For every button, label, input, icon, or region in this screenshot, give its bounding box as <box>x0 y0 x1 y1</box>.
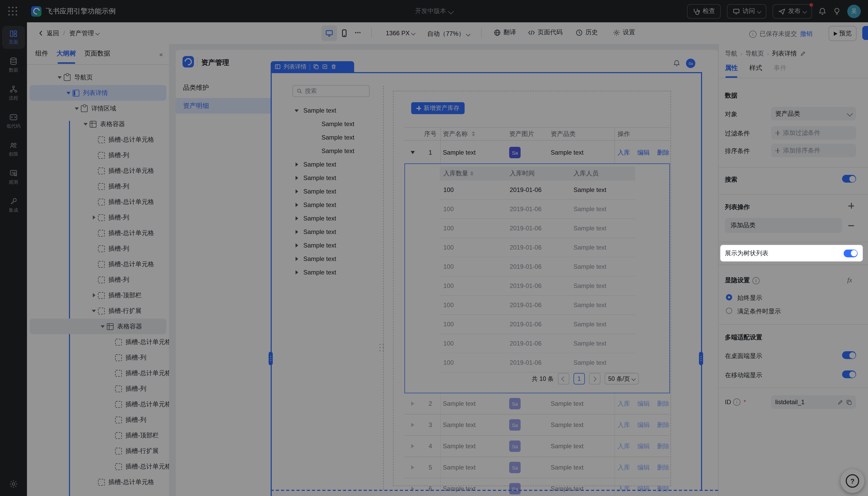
undo-link[interactable]: 撤销 <box>800 30 813 38</box>
tree-node-expanded[interactable]: Sample text <box>176 104 383 117</box>
expand-toggle-icon[interactable] <box>100 325 105 328</box>
add-filter-button[interactable]: 添加过滤条件 <box>771 126 856 140</box>
action-edit[interactable]: 编辑 <box>637 484 650 493</box>
tree-node-collapsed[interactable]: Sample text <box>176 171 383 185</box>
copy-icon[interactable] <box>313 64 319 69</box>
tree-node-collapsed[interactable]: Sample text <box>176 225 383 239</box>
outline-node[interactable]: 表格容器 <box>27 116 169 132</box>
expand-icon[interactable] <box>294 176 299 180</box>
tree-node-collapsed[interactable]: Sample text <box>176 239 383 252</box>
rail-item-lowcode[interactable]: 低代码 <box>2 110 25 133</box>
tree-list-toggle-row[interactable]: 展示为树状列表 <box>721 245 862 261</box>
device-mobile-button[interactable] <box>340 29 349 37</box>
outline-node[interactable]: 插槽-总计单元格 <box>27 365 169 381</box>
rail-item-pages[interactable]: 页面 <box>2 26 25 49</box>
asset-row[interactable]: 6 Sample text Sa Sample text 入库 编辑 删除 <box>404 478 670 496</box>
row-expand-icon[interactable] <box>411 444 414 448</box>
fx-button[interactable]: fx <box>847 276 852 284</box>
pencil-icon[interactable] <box>837 399 843 405</box>
add-asset-stock-button[interactable]: 新增资产库存 <box>411 102 465 114</box>
outline-node[interactable]: 插槽-列 <box>27 272 169 288</box>
tab-properties[interactable]: 属性 <box>725 64 738 76</box>
pencil-icon[interactable] <box>800 51 805 57</box>
tree-node-child[interactable]: Sample text <box>176 144 383 158</box>
slot-drag-handle[interactable] <box>379 343 384 352</box>
asset-row[interactable]: 5 Sample text Sa Sample text 入库 编辑 删除 <box>404 457 670 478</box>
action-delete[interactable]: 删除 <box>657 148 670 157</box>
asset-row[interactable]: 2 Sample text Sa Sample text 入库 编辑 删除 <box>404 393 670 415</box>
bell-icon[interactable] <box>818 7 826 15</box>
expand-icon[interactable] <box>294 216 299 220</box>
current-page[interactable]: 1 <box>574 373 585 385</box>
asset-row[interactable]: 4 Sample text Sa Sample text 入库 编辑 删除 <box>404 436 670 457</box>
canvas-search-input[interactable]: 搜索 <box>292 85 370 97</box>
col-inbound-qty[interactable]: 入库数量 <box>440 169 506 178</box>
tree-node-collapsed[interactable]: Sample text <box>176 266 383 279</box>
subtable-row[interactable]: 100 2019-01-06 Sample text <box>440 334 635 353</box>
action-delete[interactable]: 删除 <box>657 463 670 472</box>
collapse-icon[interactable] <box>294 109 299 112</box>
action-inbound[interactable]: 入库 <box>617 420 630 429</box>
submit-button[interactable]: 提交 <box>862 26 868 40</box>
next-page-button[interactable] <box>589 373 600 385</box>
remove-list-op-button[interactable] <box>848 225 854 226</box>
outline-node[interactable]: 插槽-总计单元格 <box>27 132 169 148</box>
list-op-item[interactable]: 添加品类 <box>725 218 842 233</box>
subtable-row[interactable]: 100 2019-01-06 Sample text <box>440 315 635 334</box>
id-input[interactable]: listdetail_1 <box>771 396 856 409</box>
sort-icon[interactable] <box>470 171 473 176</box>
expand-toggle-icon[interactable] <box>66 92 71 94</box>
expand-icon[interactable] <box>294 162 299 167</box>
chevron-left-icon[interactable] <box>37 30 45 37</box>
selection-border-right[interactable] <box>701 72 702 490</box>
subtable-row[interactable]: 100 2019-01-06 Sample text <box>440 219 635 238</box>
row-expand-icon[interactable] <box>411 465 414 469</box>
tree-node-collapsed[interactable]: Sample text <box>176 198 383 212</box>
tab-page-data[interactable]: 页面数据 <box>84 49 110 59</box>
translate-button[interactable]: 翻译 <box>494 28 516 37</box>
search-toggle[interactable] <box>842 175 856 183</box>
more-devices-button[interactable]: ⋯ <box>355 29 361 36</box>
outline-node[interactable]: 插槽-顶部栏 <box>27 428 169 443</box>
sort-icon[interactable] <box>472 131 475 137</box>
subtable-row[interactable]: 100 2019-01-06 Sample text <box>440 296 635 315</box>
add-list-op-button[interactable] <box>848 203 854 208</box>
expand-icon[interactable] <box>294 270 299 275</box>
app-grid-icon[interactable] <box>8 6 18 16</box>
rail-item-permission[interactable]: 权限 <box>2 138 25 161</box>
outline-node[interactable]: 插槽-列 <box>27 241 169 256</box>
trash-icon[interactable] <box>331 64 337 69</box>
row-collapse-icon[interactable] <box>411 151 415 154</box>
action-edit[interactable]: 编辑 <box>637 420 650 429</box>
outline-node[interactable]: 插槽-总计单元格 <box>27 256 169 272</box>
help-button[interactable]: ? <box>840 469 864 493</box>
row-expand-icon[interactable] <box>411 402 414 406</box>
tree-list-toggle[interactable] <box>843 249 858 257</box>
outline-node[interactable]: 插槽-总计单元格 <box>27 334 169 350</box>
object-select[interactable]: 资产品类 <box>771 107 856 120</box>
radio-conditional-show[interactable] <box>726 308 732 314</box>
expand-icon[interactable] <box>294 189 299 193</box>
action-inbound[interactable]: 入库 <box>617 442 630 451</box>
page-code-button[interactable]: 页面代码 <box>528 28 563 37</box>
expand-toggle-icon[interactable] <box>91 215 96 219</box>
outline-node[interactable]: 插槽-顶部栏 <box>27 288 169 303</box>
zoom-select[interactable]: 自动（77%） <box>427 30 470 38</box>
crumb-nav[interactable]: 导航 <box>725 49 737 58</box>
subtable-row[interactable]: 100 2019-01-06 Sample text <box>440 181 635 200</box>
mobile-show-toggle[interactable] <box>842 370 856 378</box>
tree-node-child[interactable]: Sample text <box>176 117 383 131</box>
tree-node-collapsed[interactable]: Sample text <box>176 185 383 198</box>
outline-node[interactable]: 导航页 <box>27 69 169 85</box>
outline-node[interactable]: 插槽-行扩展 <box>27 303 169 319</box>
expand-toggle-icon[interactable] <box>91 309 96 312</box>
tree-node-child[interactable]: Sample text <box>176 131 383 144</box>
nav-item-category[interactable]: 品类维护 <box>176 80 271 95</box>
visit-button[interactable]: 访问 <box>727 4 766 18</box>
outline-node[interactable]: 插槽-列 <box>27 148 169 163</box>
collapse-panel-icon[interactable]: « <box>159 50 162 58</box>
expand-icon[interactable] <box>294 230 299 234</box>
tree-node-collapsed[interactable]: Sample text <box>176 158 383 171</box>
tab-outline-tree[interactable]: 大纲树 <box>57 49 76 59</box>
crumb-navpage[interactable]: 导航页 <box>745 49 764 58</box>
